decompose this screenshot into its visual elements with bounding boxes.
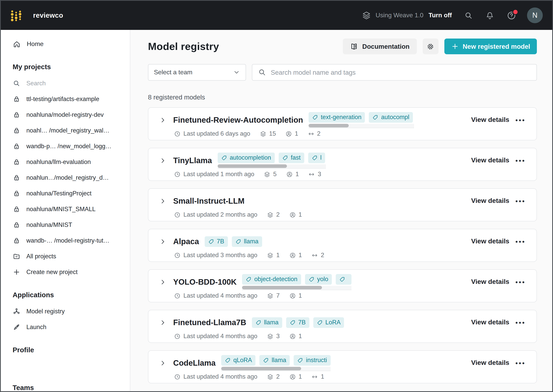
sidebar-project-item[interactable]: noahl… /model_registry_wal… [13,123,125,138]
model-name[interactable]: Finetuned-Review-Autocompletion [173,115,303,125]
more-options-button[interactable]: ●●● [515,156,525,164]
model-name[interactable]: TinyLlama [173,156,212,165]
tag-scrollbar-thumb[interactable] [217,164,287,168]
tag-scrollbar[interactable] [242,286,352,290]
tag-scrollbar-thumb[interactable] [221,367,301,370]
tag-chip[interactable]: fast [279,152,304,163]
tag-chip[interactable]: l [308,152,325,163]
model-name[interactable]: Small-Instruct-LLM [173,196,244,205]
model-search-input[interactable]: Search model name and tags [252,64,537,81]
sidebar-project-item[interactable]: wandb-… /model-registry-tut… [13,233,125,248]
tag-chip[interactable]: object-detection [242,274,301,284]
sidebar-item-create-project[interactable]: Create new project [13,264,125,280]
view-details-link[interactable]: View details [471,116,509,124]
sidebar-item-home[interactable]: Home [13,35,125,53]
chevron-right-icon[interactable] [159,279,166,285]
tag-chip[interactable]: llama [259,355,290,365]
tag-chip[interactable]: llama [252,317,282,328]
model-name[interactable]: CodeLlama [173,358,216,367]
tag-chip[interactable]: text-generation [309,112,365,122]
sidebar-item-all-projects[interactable]: All projects [13,248,125,264]
settings-button[interactable] [423,39,438,54]
sidebar-item-launch[interactable]: Launch [13,319,125,335]
search-icon [258,68,266,77]
tag-scrollbar[interactable] [309,124,414,128]
model-name[interactable]: Finetuned-Llama7B [173,318,246,327]
more-options-button[interactable]: ●●● [515,318,525,326]
tag-chip[interactable]: LoRA [313,317,344,328]
sidebar-project-item[interactable]: wandb-p… /new_model_logg… [13,138,125,154]
view-details-link[interactable]: View details [471,359,509,367]
chevron-right-icon[interactable] [159,157,166,164]
tag-scrollbar[interactable] [221,367,331,371]
tag-label: autocompl [381,114,409,121]
link-count: 2 [311,252,324,259]
tag-chip[interactable]: autocompl [369,112,413,122]
model-card: YOLO-BDD-100K object-detection yolo Last… [148,269,537,302]
tag-chip[interactable]: llama [232,236,262,247]
tag-scrollbar-thumb[interactable] [309,124,349,127]
more-options-button[interactable]: ●●● [515,116,525,124]
more-options-button[interactable]: ●●● [515,359,525,367]
documentation-button[interactable]: Documentation [343,39,417,54]
lock-icon [13,127,21,134]
chevron-right-icon[interactable] [159,117,166,123]
tag-chip[interactable]: yolo [305,274,332,284]
sidebar-project-item[interactable]: noahluna/model-registry-dev [13,107,125,123]
chevron-right-icon[interactable] [159,238,166,245]
notifications-button[interactable] [485,11,494,20]
tag-chip[interactable]: autocompletion [217,152,274,163]
view-details-link[interactable]: View details [471,197,509,205]
view-details-link[interactable]: View details [471,318,509,326]
sidebar-search-input[interactable]: Search [13,76,125,91]
team-select-dropdown[interactable]: Select a team [148,64,246,81]
sidebar-project-item[interactable]: noahlun…/model_registry_d… [13,170,125,186]
last-updated: Last updated 4 months ago [174,333,257,340]
tag-chip[interactable]: 7B [286,317,309,328]
weave-turn-off-button[interactable]: Turn off [429,12,452,19]
sidebar-project-item[interactable]: ttl-testing/artifacts-example [13,91,125,107]
view-details-link[interactable]: View details [471,278,509,286]
more-options-button[interactable]: ●●● [515,278,525,286]
view-details-link[interactable]: View details [471,238,509,245]
tag-label: llama [264,319,279,326]
team-select-value: Select a team [154,69,193,76]
chevron-right-icon[interactable] [159,319,166,326]
brand-logo-icon[interactable] [9,8,24,22]
chevron-right-icon[interactable] [159,360,166,366]
tag-scrollbar[interactable] [217,164,326,168]
app-window: reviewco Using Weave 1.0 Turn off N Home… [0,0,553,392]
tag-scrollbar-thumb[interactable] [242,286,322,289]
model-name[interactable]: Alpaca [173,237,199,246]
sidebar-project-item[interactable]: noahluna/MNIST [13,217,125,233]
more-options-button[interactable]: ●●● [515,197,525,205]
global-search-button[interactable] [464,11,473,20]
tag-chip[interactable]: instructi [294,355,331,365]
project-label: wandb-… /model-registry-tut… [26,237,109,244]
brand-name[interactable]: reviewco [33,11,63,20]
project-label: noahluna/model-registry-dev [26,111,104,118]
versions-layers-icon [260,130,266,137]
sidebar-item-model-registry[interactable]: Model registry [13,304,125,319]
clock-icon [174,252,181,259]
tag-list: 7B llama [204,236,262,247]
user-icon [289,211,296,218]
tag-label: llama [272,357,286,364]
tag-chip[interactable]: 7B [204,236,228,247]
clock-icon [174,333,181,340]
chevron-right-icon[interactable] [159,198,166,204]
sidebar-project-item[interactable]: noahluna/MNIST_SMALL [13,201,125,217]
more-options-button[interactable]: ●●● [515,238,525,245]
view-details-link[interactable]: View details [471,156,509,164]
tag-chip[interactable] [336,274,352,284]
model-name[interactable]: YOLO-BDD-100K [173,277,237,287]
sidebar-search-placeholder: Search [26,80,46,87]
sidebar-project-item[interactable]: noahluna/llm-evaluation [13,154,125,170]
user-avatar[interactable]: N [527,7,543,23]
user-icon [289,252,296,259]
help-button[interactable] [507,10,516,20]
main-content: Model registry Documentation New registe… [130,30,552,391]
sidebar-project-item[interactable]: noahluna/TestingProject [13,186,125,201]
tag-chip[interactable]: qLoRA [221,355,256,365]
new-registered-model-button[interactable]: New registered model [444,39,537,54]
